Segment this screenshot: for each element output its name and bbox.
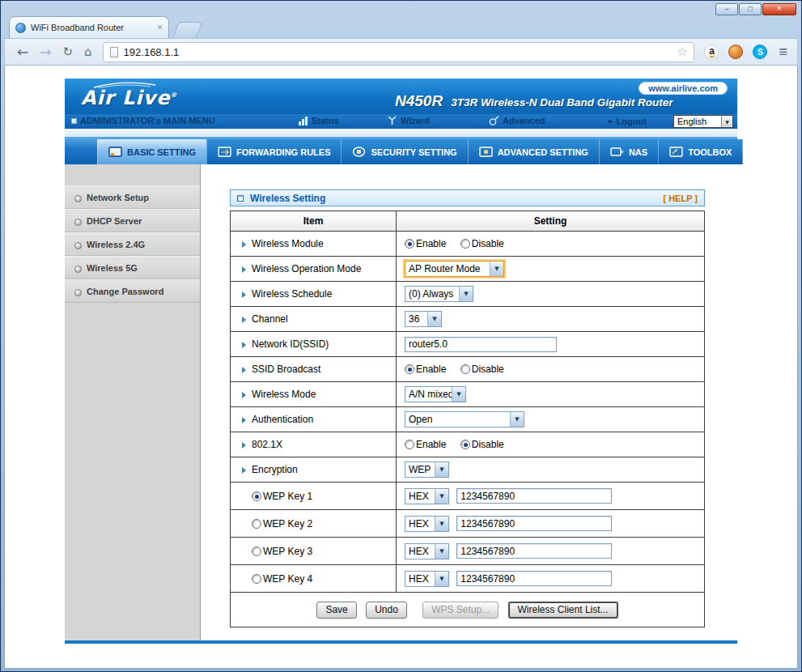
wireless-schedule-select[interactable]: (0) Always ▼ <box>405 286 473 302</box>
row-arrow-icon <box>242 392 246 398</box>
nav-logout[interactable]: ▸ Logout <box>609 116 647 126</box>
header-divider <box>65 129 737 137</box>
wireless-module-enable-radio[interactable] <box>405 239 414 249</box>
language-select[interactable]: English ▼ <box>673 115 733 128</box>
airlive-logo: Air Live® <box>81 81 177 108</box>
dropdown-arrow-icon: ▼ <box>459 287 473 301</box>
nav-status[interactable]: Status <box>298 116 339 125</box>
row-label: Authentication <box>252 414 313 425</box>
settings-table: Item Setting Wireless Module Enable Disa… <box>230 211 705 627</box>
8021x-enable-radio[interactable] <box>405 440 414 449</box>
dropdown-arrow-icon: ▼ <box>452 387 465 402</box>
skype-icon[interactable]: S <box>753 45 767 59</box>
dropdown-arrow-icon: ▼ <box>435 517 448 531</box>
sidebar: Network Setup DHCP Server Wireless 2.4G … <box>65 164 201 640</box>
wep-key-3-input[interactable] <box>456 543 612 559</box>
wep-key-1-radio[interactable] <box>252 491 261 501</box>
wep-key-3-format-select[interactable]: HEX▼ <box>405 543 449 559</box>
ssid-broadcast-enable-radio[interactable] <box>405 364 414 374</box>
tab-advanced-setting[interactable]: ADVANCED SETTING <box>468 139 599 164</box>
row-arrow-icon <box>242 291 246 298</box>
wep-key-3-radio[interactable] <box>252 547 261 556</box>
row-arrow-icon <box>242 342 246 348</box>
ssid-input[interactable] <box>405 337 557 352</box>
wep-key-1-input[interactable] <box>456 488 612 504</box>
wep-key-4-radio[interactable] <box>252 574 261 584</box>
ssid-broadcast-disable-radio[interactable] <box>460 364 470 374</box>
wep-key-2-format-select[interactable]: HEX▼ <box>405 516 449 532</box>
row-label: Wireless Schedule <box>252 288 332 300</box>
nav-wizard[interactable]: Wizard <box>387 116 430 125</box>
tab-security-setting[interactable]: SECURITY SETTING <box>341 139 467 164</box>
wep-key-2-radio[interactable] <box>252 519 261 529</box>
router-menubar: ADMINISTRATOR's MAIN MENU Status Wizard … <box>65 114 737 129</box>
sidebar-item-wireless-24g[interactable]: Wireless 2.4G <box>65 232 200 256</box>
help-link[interactable]: [ HELP ] <box>663 194 698 203</box>
row-label: WEP Key 4 <box>263 573 312 585</box>
wireless-module-disable-radio[interactable] <box>460 239 470 249</box>
new-tab-button[interactable] <box>172 22 203 37</box>
basic-setting-icon <box>108 147 122 157</box>
status-icon <box>298 116 308 125</box>
wep-key-4-input[interactable] <box>456 571 612 586</box>
column-header-setting: Setting <box>397 211 705 232</box>
tab-close-icon[interactable]: × <box>157 23 163 32</box>
wireless-operation-mode-select[interactable]: AP Router Mode ▼ <box>405 261 504 277</box>
sidebar-item-wireless-5g[interactable]: Wireless 5G <box>65 256 200 279</box>
sidebar-item-network-setup[interactable]: Network Setup <box>65 185 200 209</box>
section-square-icon <box>237 195 244 202</box>
browser-toolbar: ← → ↻ ⌂ 192.168.1.1 ☆ a S ≡ <box>4 38 798 66</box>
dropdown-arrow-icon: ▼ <box>721 116 732 127</box>
wireless-client-list-button[interactable]: Wireless Client List... <box>508 602 618 619</box>
8021x-disable-radio[interactable] <box>460 440 470 449</box>
amazon-icon[interactable]: a <box>704 45 719 59</box>
back-icon[interactable]: ← <box>17 45 28 59</box>
tab-favicon-icon <box>15 23 26 33</box>
tab-nas[interactable]: NAS <box>599 139 658 164</box>
address-bar[interactable]: 192.168.1.1 ☆ <box>103 42 695 62</box>
menu-icon[interactable]: ≡ <box>779 44 787 61</box>
row-label: SSID Broadcast <box>252 364 320 375</box>
bookmark-star-icon[interactable]: ☆ <box>677 45 687 59</box>
row-arrow-icon <box>242 317 246 323</box>
wep-key-1-format-select[interactable]: HEX▼ <box>405 488 449 504</box>
row-arrow-icon <box>242 467 246 474</box>
channel-select[interactable]: 36 ▼ <box>405 311 442 327</box>
row-label: WEP Key 1 <box>263 491 312 502</box>
sidebar-item-dhcp-server[interactable]: DHCP Server <box>65 209 200 232</box>
nav-advanced[interactable]: Advanced <box>489 116 545 125</box>
firefox-extension-icon[interactable] <box>728 45 743 59</box>
row-label: WEP Key 3 <box>263 546 312 557</box>
sidebar-item-change-password[interactable]: Change Password <box>65 279 200 303</box>
title-bar: − □ × WiFi Broadband Router × <box>4 1 798 38</box>
dropdown-arrow-icon: ▼ <box>427 312 441 326</box>
browser-tab[interactable]: WiFi Broadband Router × <box>9 16 169 38</box>
router-header: Air Live® N450R 3T3R Wireless-N Dual Ban… <box>65 79 737 114</box>
undo-button[interactable]: Undo <box>366 602 407 619</box>
row-label: Channel <box>252 313 288 325</box>
row-arrow-icon <box>242 367 246 373</box>
tab-toolbox[interactable]: TOOLBOX <box>658 139 743 164</box>
home-icon[interactable]: ⌂ <box>84 46 92 58</box>
reload-icon[interactable]: ↻ <box>63 46 74 58</box>
minimize-button[interactable]: − <box>715 3 738 15</box>
main-menu-title: ADMINISTRATOR's MAIN MENU <box>71 116 215 125</box>
save-button[interactable]: Save <box>316 602 356 619</box>
wireless-mode-select[interactable]: A/N mixed ▼ <box>405 386 466 402</box>
row-label: WEP Key 2 <box>263 518 312 530</box>
maximize-button[interactable]: □ <box>739 3 762 15</box>
wireless-setting-panel: Wireless Setting [ HELP ] Item Setting <box>230 189 705 627</box>
model-number: N450R <box>395 92 443 110</box>
website-link[interactable]: www.airlive.com <box>639 82 728 95</box>
encryption-select[interactable]: WEP ▼ <box>405 461 449 478</box>
authentication-select[interactable]: Open ▼ <box>405 411 524 427</box>
url-text[interactable]: 192.168.1.1 <box>124 46 671 58</box>
tab-forwarding-rules[interactable]: FORWARDING RULES <box>206 139 342 164</box>
tab-basic-setting[interactable]: BASIC SETTING <box>97 139 206 164</box>
close-button[interactable]: × <box>762 3 796 15</box>
forward-icon[interactable]: → <box>40 45 51 59</box>
wps-setup-button[interactable]: WPS Setup... <box>422 602 499 619</box>
advanced-setting-icon <box>479 147 493 157</box>
wep-key-2-input[interactable] <box>456 516 612 531</box>
wep-key-4-format-select[interactable]: HEX▼ <box>405 571 449 587</box>
